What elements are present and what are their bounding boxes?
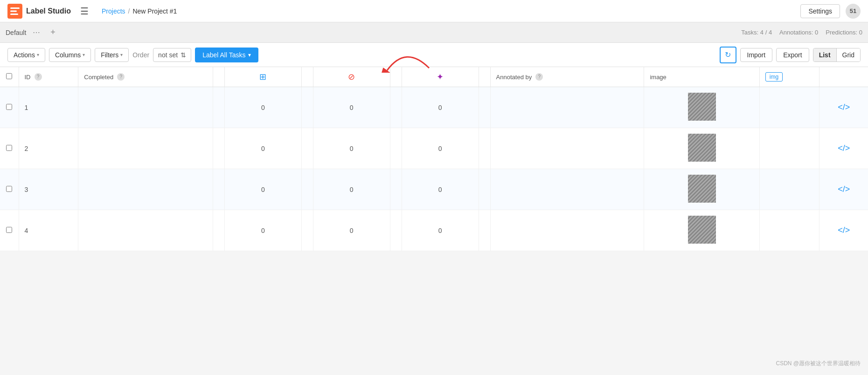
- grid-view-button[interactable]: Grid: [837, 48, 860, 61]
- td-img-2: [759, 128, 819, 169]
- td-completed-3: [78, 169, 213, 210]
- td-div-3a: [213, 169, 224, 210]
- task-table: ID ? Completed ? ⊞: [0, 67, 868, 251]
- td-rejected-4: 0: [313, 210, 390, 251]
- td-div-4d: [479, 210, 490, 251]
- td-checkbox-4[interactable]: [0, 210, 19, 251]
- td-annotations-2: 0: [224, 128, 301, 169]
- td-img-3: [759, 169, 819, 210]
- td-rejected-3: 0: [313, 169, 390, 210]
- th-id: ID ?: [19, 67, 78, 87]
- td-div-1c: [390, 87, 402, 128]
- export-button[interactable]: Export: [776, 48, 809, 62]
- td-checkbox-2[interactable]: [0, 128, 19, 169]
- th-code: [819, 67, 868, 87]
- settings-button[interactable]: Settings: [800, 4, 840, 18]
- table-row[interactable]: 2 0 0 0 </>: [0, 128, 868, 169]
- annotations-count: Annotations: 0: [779, 29, 818, 36]
- tab-stats: Tasks: 4 / 4 Annotations: 0 Predictions:…: [741, 29, 862, 36]
- completed-help-icon[interactable]: ?: [117, 73, 125, 81]
- td-div-2c: [390, 128, 402, 169]
- task-image-thumbnail-4: [688, 216, 716, 244]
- avatar[interactable]: 51: [846, 4, 861, 19]
- th-completed: Completed ?: [78, 67, 213, 87]
- td-rejected-2: 0: [313, 128, 390, 169]
- td-image-2[interactable]: [644, 128, 759, 169]
- columns-button[interactable]: Columns ▾: [49, 48, 91, 62]
- actions-button[interactable]: Actions ▾: [7, 48, 45, 62]
- svg-rect-2: [10, 10, 17, 12]
- row-4-checkbox[interactable]: [6, 227, 12, 233]
- table-row[interactable]: 3 0 0 0 </>: [0, 169, 868, 210]
- td-div-4a: [213, 210, 224, 251]
- filters-button[interactable]: Filters ▾: [95, 48, 129, 62]
- td-div-3c: [390, 169, 402, 210]
- order-select[interactable]: not set ⇅: [153, 48, 191, 62]
- td-completed-2: [78, 128, 213, 169]
- code-icon-1[interactable]: </>: [838, 102, 850, 112]
- columns-label: Columns: [55, 51, 81, 59]
- toolbar: Actions ▾ Columns ▾ Filters ▾ Order not …: [0, 43, 868, 67]
- hamburger-menu[interactable]: ☰: [76, 4, 92, 19]
- td-checkbox-1[interactable]: [0, 87, 19, 128]
- actions-label: Actions: [14, 51, 35, 59]
- rejected-col-icon: ⊘: [348, 72, 355, 82]
- row-3-checkbox[interactable]: [6, 186, 12, 192]
- td-code-2[interactable]: </>: [819, 128, 868, 169]
- td-image-3[interactable]: [644, 169, 759, 210]
- filters-chevron-icon: ▾: [120, 52, 123, 57]
- th-rejected-icon: ⊘: [313, 67, 390, 87]
- td-image-1[interactable]: [644, 87, 759, 128]
- table-row[interactable]: 1 0 0 0 </>: [0, 87, 868, 128]
- td-id-1: 1: [19, 87, 78, 128]
- tasks-count: Tasks: 4 / 4: [741, 29, 772, 36]
- annotated-by-help-icon[interactable]: ?: [535, 73, 543, 81]
- th-id-label: ID: [25, 74, 31, 81]
- td-id-3: 3: [19, 169, 78, 210]
- td-predictions-1: 0: [402, 87, 479, 128]
- refresh-button[interactable]: ↻: [720, 47, 736, 63]
- order-sort-icon: ⇅: [181, 51, 186, 59]
- th-annotated-by-label: Annotated by: [496, 74, 532, 81]
- label-all-tasks-label: Label All Tasks: [202, 51, 245, 59]
- th-annotations-icon: ⊞: [224, 67, 301, 87]
- select-all-checkbox[interactable]: [6, 73, 12, 79]
- tab-options-menu[interactable]: ⋯: [30, 27, 43, 38]
- toolbar-right: ↻ Import Export List Grid: [720, 47, 861, 63]
- row-2-checkbox[interactable]: [6, 145, 12, 151]
- td-id-2: 2: [19, 128, 78, 169]
- td-predictions-3: 0: [402, 169, 479, 210]
- breadcrumb-separator: /: [128, 7, 130, 15]
- import-button[interactable]: Import: [740, 48, 773, 62]
- filters-label: Filters: [101, 51, 118, 59]
- tab-default[interactable]: Default: [6, 29, 26, 36]
- list-view-button[interactable]: List: [813, 48, 837, 61]
- code-icon-3[interactable]: </>: [838, 184, 850, 194]
- code-icon-2[interactable]: </>: [838, 143, 850, 153]
- task-image-thumbnail-1: [688, 93, 716, 121]
- th-img-badge: img: [759, 67, 819, 87]
- table-row[interactable]: 4 0 0 0 </>: [0, 210, 868, 251]
- td-code-3[interactable]: </>: [819, 169, 868, 210]
- task-image-thumbnail-3: [688, 175, 716, 203]
- app-header: Label Studio ☰ Projects / New Project #1…: [0, 0, 868, 22]
- add-tab-button[interactable]: +: [47, 27, 59, 38]
- td-image-4[interactable]: [644, 210, 759, 251]
- order-value: not set: [158, 51, 178, 59]
- td-code-4[interactable]: </>: [819, 210, 868, 251]
- label-all-tasks-button[interactable]: Label All Tasks ▾: [195, 48, 258, 62]
- td-img-4: [759, 210, 819, 251]
- row-1-checkbox[interactable]: [6, 104, 12, 110]
- breadcrumb-root[interactable]: Projects: [102, 7, 125, 15]
- td-div-1b: [301, 87, 313, 128]
- td-checkbox-3[interactable]: [0, 169, 19, 210]
- logo-icon: [7, 4, 22, 19]
- app-name: Label Studio: [26, 7, 71, 15]
- td-code-1[interactable]: </>: [819, 87, 868, 128]
- id-help-icon[interactable]: ?: [35, 73, 42, 81]
- th-divider-3: [390, 67, 402, 87]
- td-div-2b: [301, 128, 313, 169]
- predictions-col-icon: ✦: [437, 72, 444, 82]
- th-select-all[interactable]: [0, 67, 19, 87]
- code-icon-4[interactable]: </>: [838, 225, 850, 235]
